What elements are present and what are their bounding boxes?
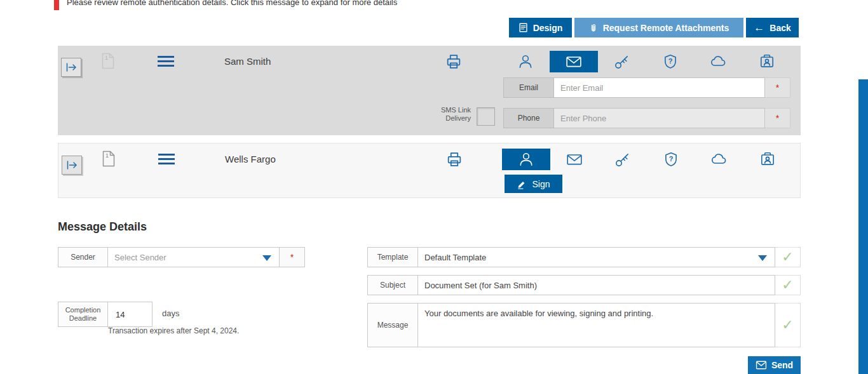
- message-field-group: Message Your documents are available for…: [367, 303, 801, 347]
- request-remote-attachments-button[interactable]: Request Remote Attachments: [574, 18, 743, 37]
- document-page-icon: 1: [102, 53, 114, 72]
- move-recipient-icon: [65, 159, 78, 171]
- template-valid-checkmark: ✓: [775, 247, 801, 267]
- completion-deadline-label: Completion Deadline: [58, 302, 108, 327]
- sign-button-label: Sign: [532, 179, 550, 189]
- shield-question-icon: ?: [662, 53, 679, 70]
- document-order-number: 1: [105, 152, 109, 159]
- paperclip-icon: [589, 22, 598, 34]
- contact-card-icon: [759, 151, 776, 168]
- sender-required-marker: *: [280, 247, 305, 267]
- sender-label: Sender: [58, 247, 108, 267]
- cloud-tile[interactable]: [695, 149, 743, 170]
- contact-card-tile[interactable]: [743, 149, 792, 170]
- person-icon: [518, 151, 534, 168]
- cloud-tile[interactable]: [695, 51, 743, 72]
- right-panel-strip: [858, 79, 868, 374]
- person-tile[interactable]: [501, 51, 550, 72]
- completion-label-line1: Completion: [65, 306, 101, 314]
- sms-label-line1: SMS Link: [414, 106, 471, 114]
- recipient-row-sam-smith: 1 Sam Smith: [58, 46, 801, 135]
- shield-question-icon: ?: [663, 151, 679, 168]
- sms-label-line2: Delivery: [414, 114, 471, 123]
- envelope-icon: [566, 152, 583, 166]
- move-recipient-button[interactable]: [62, 156, 82, 175]
- phone-field-row: Phone *: [503, 108, 790, 128]
- sender-dropdown-value: Select Sender: [114, 253, 166, 262]
- envelope-icon: [566, 55, 582, 69]
- message-textarea[interactable]: Your documents are available for viewing…: [418, 303, 775, 347]
- completion-label-line2: Deadline: [69, 314, 97, 323]
- chevron-down-icon: [758, 255, 767, 261]
- subject-input[interactable]: [418, 275, 775, 295]
- message-details-heading: Message Details: [58, 220, 147, 234]
- recipient-menu-icon[interactable]: [158, 154, 175, 167]
- recipient-name: Sam Smith: [224, 55, 271, 69]
- phone-label: Phone: [503, 108, 554, 128]
- phone-input[interactable]: [554, 108, 765, 128]
- recipient-row-wells-fargo: 1 Wells Fargo: [58, 143, 801, 198]
- cloud-icon: [710, 53, 727, 70]
- template-label: Template: [367, 247, 418, 267]
- contact-card-tile[interactable]: [743, 51, 791, 72]
- print-icon[interactable]: [445, 150, 463, 171]
- sender-field-group: Sender Select Sender *: [58, 247, 305, 267]
- phone-required-marker: *: [765, 108, 790, 128]
- document-design-icon: [519, 22, 528, 33]
- delivery-method-tiles: ?: [501, 51, 791, 72]
- person-tile[interactable]: [502, 149, 550, 170]
- email-tile[interactable]: [550, 51, 598, 72]
- pen-icon: [517, 179, 527, 189]
- subject-valid-checkmark: ✓: [775, 275, 801, 295]
- recipient-menu-icon[interactable]: [158, 56, 174, 69]
- sign-button[interactable]: Sign: [505, 175, 562, 193]
- contact-card-icon: [759, 53, 775, 70]
- completion-deadline-group: Completion Deadline: [58, 302, 153, 327]
- request-remote-attachments-label: Request Remote Attachments: [603, 23, 729, 33]
- shield-question-tile[interactable]: ?: [647, 149, 695, 170]
- page: Please review remote authentication deta…: [0, 0, 868, 374]
- back-button-label: Back: [770, 23, 790, 33]
- toolbar: Design Request Remote Attachments ← Back: [509, 18, 799, 37]
- template-dropdown[interactable]: Default Template: [418, 247, 775, 267]
- document-page-icon: 1: [102, 150, 115, 170]
- design-button[interactable]: Design: [509, 18, 572, 37]
- svg-text:?: ?: [668, 57, 673, 65]
- email-input[interactable]: [554, 77, 765, 98]
- template-field-group: Template Default Template ✓: [367, 247, 801, 267]
- completion-deadline-input[interactable]: [108, 302, 153, 327]
- message-label: Message: [367, 303, 418, 347]
- key-tile[interactable]: [598, 51, 646, 72]
- key-tile[interactable]: [599, 149, 647, 170]
- person-icon: [517, 53, 534, 70]
- subject-label: Subject: [367, 275, 418, 295]
- key-icon: [614, 53, 630, 70]
- email-required-marker: *: [765, 77, 790, 98]
- shield-question-tile[interactable]: ?: [646, 51, 695, 72]
- notice-text: Please review remote authentication deta…: [67, 0, 801, 7]
- email-label: Email: [503, 77, 554, 98]
- print-icon[interactable]: [445, 53, 463, 73]
- document-order-number: 1: [105, 55, 108, 61]
- chevron-down-icon: [262, 255, 271, 261]
- move-recipient-icon: [65, 61, 78, 74]
- back-button[interactable]: ← Back: [746, 18, 799, 37]
- send-button-label: Send: [771, 360, 793, 370]
- design-button-label: Design: [533, 23, 563, 33]
- subject-field-group: Subject ✓: [367, 275, 801, 295]
- expiry-note: Transaction expires after Sept 4, 2024.: [108, 326, 239, 335]
- sms-link-delivery-checkbox[interactable]: [477, 107, 495, 126]
- back-arrow-icon: ←: [754, 22, 764, 33]
- email-tile[interactable]: [550, 149, 599, 170]
- template-dropdown-value: Default Template: [424, 253, 486, 262]
- svg-text:?: ?: [669, 155, 674, 163]
- send-envelope-icon: [756, 361, 767, 370]
- message-valid-checkmark: ✓: [775, 303, 801, 347]
- send-button[interactable]: Send: [748, 356, 801, 374]
- cloud-icon: [711, 151, 728, 168]
- email-field-row: Email *: [503, 77, 790, 98]
- days-label: days: [162, 309, 179, 318]
- sender-dropdown[interactable]: Select Sender: [108, 247, 280, 267]
- move-recipient-button[interactable]: [61, 58, 81, 77]
- notice-banner[interactable]: Please review remote authentication deta…: [54, 0, 801, 10]
